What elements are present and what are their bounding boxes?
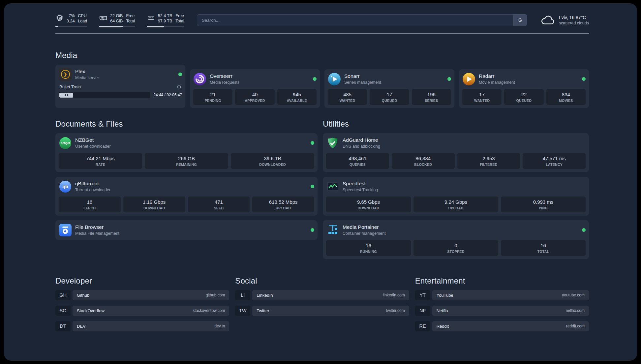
radarr-card[interactable]: Radarr Movie management 17 WANTED 22 QUE… <box>459 69 589 108</box>
filebrowser-icon <box>59 224 72 237</box>
stat-value: 17 <box>371 92 408 97</box>
cpu-load-label: Load <box>78 18 87 24</box>
stat: 86,384 BLOCKED <box>392 153 455 169</box>
bookmark-link-linkedin[interactable]: LinkedIn linkedin.com <box>252 290 409 300</box>
memory-progress-track <box>99 26 135 27</box>
resource-widgets: 7% 3.24 CPU Load <box>55 13 184 27</box>
stat-value: 21 <box>195 92 231 97</box>
bookmark-abbr: DT <box>55 321 71 331</box>
plex-card[interactable]: ❯ Plex Media server Bullet Train ⚙ <box>55 65 185 108</box>
memory-free-label: Free <box>126 13 135 18</box>
bookmark-row: SO StackOverflow stackoverflow.com <box>55 306 229 316</box>
stat-label: UPLOAD <box>254 206 313 210</box>
speedtest-card[interactable]: Speedtest Speedtest Tracking 9.65 Gbps D… <box>323 177 589 216</box>
status-dot <box>582 228 586 232</box>
memory-widget: 22 GiB 64 GiB Free Total <box>99 13 135 27</box>
bookmark-link-youtube[interactable]: YouTube youtube.com <box>432 290 589 300</box>
stat-value: 39.6 TB <box>232 156 313 161</box>
qbittorrent-card[interactable]: qb qBittorrent Torrent downloader 16 LEE… <box>55 177 318 216</box>
gear-icon[interactable]: ⚙ <box>177 84 181 89</box>
stat: 9.24 Gbps UPLOAD <box>413 197 498 212</box>
stat-label: DOWNLOAD <box>327 206 410 210</box>
stat-label: WANTED <box>329 99 366 103</box>
bookmark-link-stackoverflow[interactable]: StackOverflow stackoverflow.com <box>73 306 229 316</box>
playback-time: 24:44 / 02:06:47 <box>153 93 182 97</box>
playback-progress-bar[interactable] <box>59 92 150 98</box>
stat-value: 485 <box>329 92 366 97</box>
stat-value: 0 <box>415 243 497 248</box>
sonarr-icon <box>328 73 341 86</box>
stat-label: RUNNING <box>327 250 410 254</box>
stat-value: 40 <box>236 92 273 97</box>
stat-label: QUERIES <box>327 163 388 167</box>
stat: 21 PENDING <box>193 89 232 105</box>
bookmark-name: DEV <box>77 324 86 329</box>
memory-icon <box>99 14 107 22</box>
bookmark-url: netflix.com <box>566 308 585 313</box>
service-name: File Browser <box>75 224 119 230</box>
bookmark-abbr: NF <box>415 306 430 316</box>
stat-label: DOWNLOAD <box>125 206 184 210</box>
stat-label: SEED <box>189 206 249 210</box>
memory-total: 64 GiB <box>110 18 123 24</box>
stat-label: SERIES <box>413 99 450 103</box>
overseerr-card[interactable]: Overseerr Media Requests 21 PENDING 40 A… <box>190 69 320 108</box>
sonarr-card[interactable]: Sonarr Series management 485 WANTED 17 Q… <box>324 69 454 108</box>
media-section-title: Media <box>55 51 589 60</box>
stat: 16 RUNNING <box>326 240 411 256</box>
stat-label: QUEUED <box>505 99 542 103</box>
nzbget-card[interactable]: nzbget NZBGet Usenet downloader 744.21 M… <box>55 133 318 172</box>
bookmark-link-netflix[interactable]: Netflix netflix.com <box>432 306 589 316</box>
stat: 47.571 ms LATENCY <box>523 153 586 169</box>
weather-widget: Lviv, 16.87°C scattered clouds <box>540 14 589 26</box>
cpu-progress-track <box>55 26 87 27</box>
overseerr-icon <box>193 73 206 86</box>
search-input[interactable] <box>197 15 513 26</box>
section-social: Social LI LinkedIn linkedin.com TW Twitt… <box>235 276 409 337</box>
service-name: Overseerr <box>210 73 239 79</box>
disk-total: 97.9 TB <box>158 18 172 24</box>
service-name: qBittorrent <box>75 181 110 187</box>
disk-free-label: Free <box>175 13 184 18</box>
service-name: AdGuard Home <box>343 137 380 143</box>
dashboard-root: 7% 3.24 CPU Load <box>4 3 637 361</box>
nzbget-icon: nzbget <box>59 136 72 150</box>
stat: 17 WANTED <box>462 89 502 105</box>
qbittorrent-icon: qb <box>59 180 72 193</box>
bookmark-link-reddit[interactable]: Reddit reddit.com <box>432 321 589 331</box>
bookmark-link-twitter[interactable]: Twitter twitter.com <box>252 306 409 316</box>
documents-section-title: Documents & Files <box>55 119 318 129</box>
service-desc: Series management <box>344 80 381 85</box>
stat-label: RATE <box>60 163 141 167</box>
section-utilities: Utilities AdGuard Home DNS and <box>323 119 589 259</box>
bookmark-link-github[interactable]: Github github.com <box>73 290 229 300</box>
stat-value: 0.993 ms <box>502 199 584 205</box>
now-playing-title: Bullet Train <box>59 84 81 89</box>
disk-progress-track <box>147 26 184 27</box>
portainer-card[interactable]: Media Portainer Container management 16 … <box>323 220 589 259</box>
adguard-card[interactable]: AdGuard Home DNS and adblocking 498,461 … <box>323 133 589 172</box>
stat-label: PENDING <box>195 99 231 103</box>
stat-label: FILTERED <box>459 163 519 167</box>
search-bar: G <box>197 14 527 26</box>
cpu-widget: 7% 3.24 CPU Load <box>55 13 87 27</box>
utilities-section-title: Utilities <box>323 119 589 129</box>
section-entertainment: Entertainment YT YouTube youtube.com NF … <box>415 276 589 337</box>
bookmark-name: YouTube <box>437 293 453 298</box>
filebrowser-card[interactable]: File Browser Media File Management <box>55 220 318 240</box>
service-desc: Speedtest Tracking <box>343 188 378 192</box>
stat-value: 16 <box>502 243 584 248</box>
search-provider-button[interactable]: G <box>513 15 527 26</box>
pause-button[interactable] <box>59 93 73 98</box>
bookmark-link-dev[interactable]: DEV dev.to <box>73 321 229 331</box>
bookmark-row: NF Netflix netflix.com <box>415 306 589 316</box>
adguard-icon <box>326 136 339 150</box>
stat: 40 APPROVED <box>235 89 274 105</box>
stat: 16 TOTAL <box>501 240 586 256</box>
service-name: NZBGet <box>75 137 111 143</box>
stat-label: APPROVED <box>236 99 273 103</box>
service-desc: DNS and adblocking <box>343 144 380 149</box>
bookmark-url: stackoverflow.com <box>193 308 225 313</box>
bookmark-abbr: GH <box>55 290 71 300</box>
radarr-icon <box>462 73 475 86</box>
